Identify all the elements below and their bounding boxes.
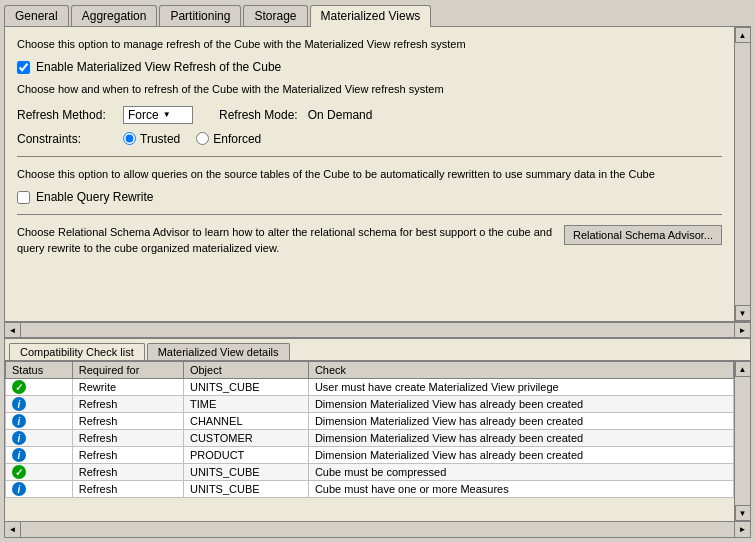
lower-h-scroll-left[interactable]: ◄ <box>5 522 21 537</box>
info-icon: i <box>12 414 26 428</box>
upper-content: Choose this option to manage refresh of … <box>5 27 734 321</box>
main-container: General Aggregation Partitioning Storage… <box>0 0 755 542</box>
cell-check: Dimension Materialized View has already … <box>308 396 733 413</box>
info-icon: i <box>12 397 26 411</box>
enable-query-rewrite-checkbox[interactable] <box>17 191 30 204</box>
scroll-track <box>735 43 751 305</box>
cell-object: CHANNEL <box>183 413 308 430</box>
info-icon: i <box>12 448 26 462</box>
tab-materialized-views[interactable]: Materialized Views <box>310 5 432 27</box>
table-row: ✓ Refresh UNITS_CUBE Cube must be compre… <box>6 464 734 481</box>
tab-bar: General Aggregation Partitioning Storage… <box>0 0 755 26</box>
enforced-label: Enforced <box>213 132 261 146</box>
cell-status: i <box>6 481 73 498</box>
refresh-method-dropdown[interactable]: Force ▼ <box>123 106 193 124</box>
cell-object: UNITS_CUBE <box>183 481 308 498</box>
refresh-method-row: Refresh Method: Force ▼ Refresh Mode: On… <box>17 106 722 124</box>
section2-text: Choose how and when to refresh of the Cu… <box>17 82 722 97</box>
cell-check: Dimension Materialized View has already … <box>308 447 733 464</box>
cell-status: i <box>6 413 73 430</box>
cell-object: CUSTOMER <box>183 430 308 447</box>
cell-object: TIME <box>183 396 308 413</box>
refresh-mode-value: On Demand <box>308 108 373 122</box>
upper-scrollbar: ▲ ▼ <box>734 27 750 321</box>
col-check: Check <box>308 362 733 379</box>
table-container: Status Required for Object Check ✓ Rewri… <box>5 361 750 537</box>
cell-check: User must have create Materialized View … <box>308 379 733 396</box>
dropdown-arrow-icon: ▼ <box>163 110 171 119</box>
cell-object: UNITS_CUBE <box>183 379 308 396</box>
lower-scroll-down-btn[interactable]: ▼ <box>735 505 751 521</box>
refresh-method-value: Force <box>128 108 159 122</box>
section3-text: Choose this option to allow queries on t… <box>17 167 722 182</box>
refresh-method-label: Refresh Method: <box>17 108 117 122</box>
lower-tab-compatibility[interactable]: Compatibility Check list <box>9 343 145 360</box>
h-scroll-right-btn[interactable]: ► <box>734 323 750 337</box>
info-icon: i <box>12 482 26 496</box>
tab-aggregation[interactable]: Aggregation <box>71 5 158 26</box>
cell-status: ✓ <box>6 464 73 481</box>
refresh-mode-label: Refresh Mode: <box>219 108 298 122</box>
col-status: Status <box>6 362 73 379</box>
constraints-label: Constraints: <box>17 132 117 146</box>
table-row: ✓ Rewrite UNITS_CUBE User must have crea… <box>6 379 734 396</box>
lower-scrollbar: ▲ ▼ <box>734 361 750 521</box>
table-row: i Refresh CUSTOMER Dimension Materialize… <box>6 430 734 447</box>
cell-required-for: Refresh <box>72 430 183 447</box>
enable-query-rewrite-label: Enable Query Rewrite <box>36 190 153 204</box>
table-row: i Refresh PRODUCT Dimension Materialized… <box>6 447 734 464</box>
trusted-radio[interactable] <box>123 132 136 145</box>
table-row: i Refresh CHANNEL Dimension Materialized… <box>6 413 734 430</box>
cell-object: PRODUCT <box>183 447 308 464</box>
tab-storage[interactable]: Storage <box>243 5 307 26</box>
divider2 <box>17 214 722 215</box>
cell-check: Dimension Materialized View has already … <box>308 413 733 430</box>
lower-h-scrollbar: ◄ ► <box>5 521 750 537</box>
cell-required-for: Rewrite <box>72 379 183 396</box>
enable-mv-refresh-row: Enable Materialized View Refresh of the … <box>17 60 722 74</box>
cell-status: i <box>6 447 73 464</box>
cell-status: i <box>6 396 73 413</box>
lower-h-scroll-track <box>21 522 734 537</box>
section4-text: Choose Relational Schema Advisor to lear… <box>17 225 554 256</box>
scroll-up-btn[interactable]: ▲ <box>735 27 751 43</box>
constraints-row: Constraints: Trusted Enforced <box>17 132 722 146</box>
section1-text: Choose this option to manage refresh of … <box>17 37 722 52</box>
constraints-radio-group: Trusted Enforced <box>123 132 261 146</box>
compatibility-table: Status Required for Object Check ✓ Rewri… <box>5 361 734 498</box>
info-icon: i <box>12 431 26 445</box>
trusted-option: Trusted <box>123 132 180 146</box>
divider1 <box>17 156 722 157</box>
check-icon: ✓ <box>12 465 26 479</box>
enable-mv-refresh-checkbox[interactable] <box>17 61 30 74</box>
cell-object: UNITS_CUBE <box>183 464 308 481</box>
upper-panel: Choose this option to manage refresh of … <box>4 26 751 322</box>
tab-partitioning[interactable]: Partitioning <box>159 5 241 26</box>
lower-content: Status Required for Object Check ✓ Rewri… <box>5 361 750 537</box>
check-icon: ✓ <box>12 380 26 394</box>
col-object: Object <box>183 362 308 379</box>
lower-tab-bar: Compatibility Check list Materialized Vi… <box>5 339 750 361</box>
h-scroll-track <box>21 323 734 337</box>
h-scroll-left-btn[interactable]: ◄ <box>5 323 21 337</box>
cell-required-for: Refresh <box>72 396 183 413</box>
table-row: i Refresh TIME Dimension Materialized Vi… <box>6 396 734 413</box>
lower-scroll-up-btn[interactable]: ▲ <box>735 361 751 377</box>
cell-check: Dimension Materialized View has already … <box>308 430 733 447</box>
lower-tab-mv-details[interactable]: Materialized View details <box>147 343 290 360</box>
cell-check: Cube must have one or more Measures <box>308 481 733 498</box>
advisor-button[interactable]: Relational Schema Advisor... <box>564 225 722 245</box>
advisor-row: Choose Relational Schema Advisor to lear… <box>17 225 722 256</box>
cell-check: Cube must be compressed <box>308 464 733 481</box>
cell-status: ✓ <box>6 379 73 396</box>
lower-h-scroll-right[interactable]: ► <box>734 522 750 537</box>
trusted-label: Trusted <box>140 132 180 146</box>
table-row: i Refresh UNITS_CUBE Cube must have one … <box>6 481 734 498</box>
enforced-radio[interactable] <box>196 132 209 145</box>
cell-required-for: Refresh <box>72 481 183 498</box>
cell-required-for: Refresh <box>72 464 183 481</box>
tab-general[interactable]: General <box>4 5 69 26</box>
col-required-for: Required for <box>72 362 183 379</box>
cell-status: i <box>6 430 73 447</box>
scroll-down-btn[interactable]: ▼ <box>735 305 751 321</box>
